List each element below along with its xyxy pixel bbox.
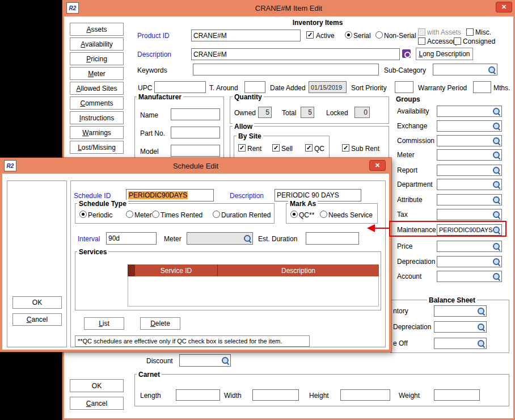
commission-group-input[interactable]	[437, 135, 502, 146]
department-lookup-icon[interactable]	[492, 180, 500, 188]
ok-button[interactable]: OK	[70, 379, 124, 392]
upc-input[interactable]	[154, 81, 206, 93]
weight-input[interactable]	[434, 389, 480, 401]
depreciation-group-input[interactable]	[437, 256, 502, 267]
service-id-column-header[interactable]: Service ID	[134, 264, 217, 276]
consigned-checkbox[interactable]	[454, 37, 461, 45]
times-rented-radio[interactable]	[152, 211, 159, 218]
sidebar-button-instructions[interactable]: Instructions	[70, 111, 124, 124]
department-group-input[interactable]	[437, 179, 502, 190]
est-duration-input[interactable]	[306, 232, 359, 245]
schedule-meter-lookup-icon[interactable]	[243, 234, 251, 242]
close-icon[interactable]: ✕	[496, 2, 512, 12]
delete-button[interactable]: Delete	[140, 317, 180, 330]
needs-service-label: Needs Service	[328, 211, 373, 219]
discount-input[interactable]	[179, 354, 231, 367]
commission-lookup-icon[interactable]	[492, 137, 500, 145]
list-button[interactable]: List	[84, 317, 124, 330]
schedule-id-input[interactable]: PERIODIC90DAYS	[126, 189, 214, 201]
qc-radio[interactable]	[290, 211, 298, 218]
schedule-ok-button[interactable]: OK	[12, 296, 62, 309]
sidebar-button-lost-missing[interactable]: Lost/Missing	[70, 141, 124, 154]
exchange-group-input[interactable]	[437, 120, 502, 132]
services-title: Services	[77, 248, 108, 256]
serial-label: Serial	[353, 32, 371, 40]
sell-checkbox[interactable]	[272, 144, 280, 152]
description-memo-icon[interactable]	[402, 49, 411, 58]
interval-input[interactable]: 90d	[106, 232, 157, 245]
schedule-titlebar[interactable]: R2 Schedule Edit ✕	[0, 158, 391, 174]
close-icon[interactable]: ✕	[369, 160, 386, 171]
sub-category-input[interactable]	[433, 64, 497, 75]
sidebar-button-comments[interactable]: Comments	[70, 96, 124, 110]
manufacturer-model-input[interactable]	[171, 145, 220, 157]
non-serial-radio[interactable]	[375, 31, 383, 39]
sidebar-button-pricing[interactable]: Pricing	[70, 52, 124, 65]
availability-lookup-icon[interactable]	[492, 107, 500, 115]
long-description-button[interactable]: Long Description	[416, 48, 473, 60]
report-lookup-icon[interactable]	[492, 166, 500, 174]
serial-radio[interactable]	[345, 31, 352, 39]
schedule-id-value: PERIODIC90DAYS	[128, 191, 188, 199]
sidebar-button-availability[interactable]: Availability	[70, 37, 124, 51]
sidebar-button-meter[interactable]: Meter	[70, 67, 124, 80]
attribute-lookup-icon[interactable]	[492, 196, 500, 204]
width-input[interactable]	[252, 389, 299, 401]
price-lookup-icon[interactable]	[492, 242, 500, 250]
total-label: Total	[282, 109, 296, 117]
width-label: Width	[224, 392, 242, 400]
tax-lookup-icon[interactable]	[492, 211, 500, 219]
locked-label: Locked	[326, 109, 348, 117]
sidebar-button-assets[interactable]: Assets	[70, 23, 124, 36]
meter-lookup-icon[interactable]	[492, 151, 500, 159]
exchange-lookup-icon[interactable]	[492, 122, 500, 130]
manufacturer-partno-input[interactable]	[171, 127, 220, 138]
active-checkbox[interactable]	[306, 31, 314, 39]
periodic-radio[interactable]	[79, 211, 87, 218]
rent-checkbox[interactable]	[238, 144, 246, 152]
misc-checkbox[interactable]	[466, 28, 474, 36]
price-group-input[interactable]	[437, 241, 502, 252]
discount-lookup-icon[interactable]	[221, 356, 229, 364]
availability-group-input[interactable]	[437, 106, 502, 117]
balance-depreciation-lookup-icon[interactable]	[477, 323, 485, 331]
balance-depreciation-input[interactable]	[434, 321, 487, 333]
needs-service-radio[interactable]	[320, 211, 327, 218]
product-id-input[interactable]: CRANE#M	[191, 30, 301, 41]
cancel-button[interactable]: Cancel	[70, 397, 124, 410]
mark-as-title: Mark As	[288, 200, 318, 208]
balance-inventory-input[interactable]	[434, 305, 487, 317]
sort-priority-input[interactable]	[395, 81, 413, 93]
section-title: Inventory Items	[250, 19, 386, 27]
sidebar-button-warnings[interactable]: Warnings	[70, 126, 124, 139]
keywords-input[interactable]	[193, 64, 379, 75]
schedule-description-input[interactable]: PERIODIC 90 DAYS	[275, 189, 361, 201]
warranty-period-input[interactable]	[473, 81, 491, 93]
account-lookup-icon[interactable]	[492, 272, 500, 280]
meter-group-input[interactable]	[437, 149, 502, 161]
accessory-checkbox[interactable]	[418, 37, 425, 45]
duration-rented-radio[interactable]	[213, 211, 220, 218]
depreciation-lookup-icon[interactable]	[492, 258, 500, 266]
description-column-header[interactable]: Description	[217, 264, 379, 276]
attribute-group-input[interactable]	[437, 194, 502, 205]
height-input[interactable]	[340, 389, 390, 401]
balance-writeoff-lookup-icon[interactable]	[477, 339, 485, 347]
schedule-cancel-button[interactable]: Cancel	[12, 313, 62, 326]
services-table-body[interactable]	[128, 276, 379, 306]
tax-group-input[interactable]	[437, 209, 502, 220]
item-edit-titlebar[interactable]: R2 CRANE#M Item Edit ✕	[62, 0, 515, 16]
balance-inventory-lookup-icon[interactable]	[477, 307, 485, 315]
sub-rent-checkbox[interactable]	[342, 144, 349, 152]
account-group-input[interactable]	[437, 271, 502, 282]
sidebar-button-allowed-sites[interactable]: Allowed Sites	[70, 82, 124, 95]
sub-category-lookup-icon[interactable]	[488, 66, 496, 74]
description-input[interactable]: CRANE#M	[191, 48, 400, 60]
t-around-input[interactable]	[244, 81, 265, 93]
length-input[interactable]	[176, 389, 220, 401]
balance-writeoff-input[interactable]	[434, 338, 487, 349]
meter-type-radio[interactable]	[126, 211, 133, 218]
report-group-input[interactable]	[437, 165, 502, 176]
qc-checkbox[interactable]	[305, 144, 313, 152]
manufacturer-name-input[interactable]	[171, 108, 220, 120]
